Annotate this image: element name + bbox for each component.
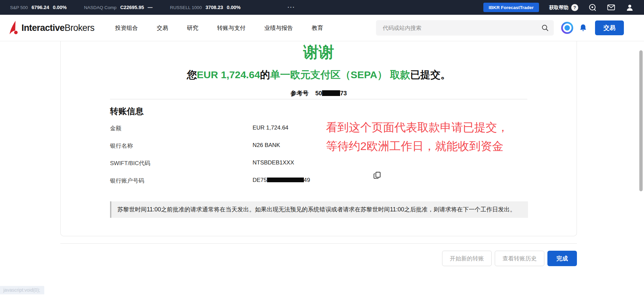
ib-logo-icon — [9, 21, 18, 35]
envelope-icon — [607, 3, 615, 12]
question-circle-icon: ? — [571, 4, 578, 11]
annotation-text: 看到这个页面代表取款申请已提交， 等待约2欧洲工作日，就能收到资金 — [326, 118, 561, 155]
support-chat-icon — [588, 3, 597, 12]
action-buttons: 开始新的转账 查看转账历史 完成 — [442, 251, 577, 266]
brand-logo[interactable]: InteractiveBrokers — [9, 21, 94, 35]
main-nav: InteractiveBrokers 投资组合 交易 研究 转账与支付 业绩与报… — [0, 15, 644, 41]
ticker-change: — — [148, 5, 153, 10]
brand-bold: Interactive — [21, 23, 64, 33]
nav-item-research[interactable]: 研究 — [187, 24, 198, 32]
ticker-russell[interactable]: RUSSELL 1000 3708.23 0.00% — [170, 5, 240, 10]
notice-box: 苏黎世时间11:00之前批准的请求通常将在当天发出。如果出现无法预见的系统错误或… — [110, 201, 528, 218]
row-value: N26 BANK — [253, 142, 280, 150]
subtitle-method: 单一欧元支付区（SEPA） 取款 — [270, 69, 410, 80]
nav-item-portfolio[interactable]: 投资组合 — [115, 24, 138, 32]
site-search — [376, 20, 554, 36]
row-value: EUR 1,724.64 — [253, 125, 288, 132]
done-button[interactable]: 完成 — [547, 251, 577, 266]
search-input[interactable] — [383, 25, 541, 31]
subtitle-text: 的 — [260, 69, 270, 80]
reference-prefix: 50 — [315, 90, 322, 97]
ticker-label: NASDAQ Comp — [84, 5, 117, 10]
reference-suffix: 73 — [340, 90, 347, 97]
subtitle-amount: EUR 1,724.64 — [197, 69, 260, 80]
transfer-history-button[interactable]: 查看转账历史 — [495, 251, 544, 266]
assistant-icon[interactable] — [561, 22, 573, 34]
annotation-line-2: 等待约2欧洲工作日，就能收到资金 — [326, 137, 561, 155]
reference-number: 5073 — [315, 90, 347, 97]
reference-row: 参考号5073 — [61, 89, 577, 97]
account-suffix: 49 — [304, 177, 310, 183]
ticker-label: RUSSELL 1000 — [170, 5, 202, 10]
bell-icon — [579, 23, 588, 33]
table-row-swift: SWIFT/BIC代码 NTSBDEB1XXX — [110, 159, 412, 167]
more-tickers-icon[interactable]: ··· — [287, 4, 295, 11]
notifications-button[interactable] — [579, 23, 588, 33]
help-label: 获取帮助 — [549, 4, 569, 11]
ticker-bar: S&P 500 6796.24 0.00% NASDAQ Comp C22695… — [0, 0, 644, 15]
ticker-change: 0.00% — [227, 5, 240, 10]
forecast-trader-button[interactable]: IBKR ForecastTrader — [483, 3, 539, 12]
ticker-change: 0.00% — [53, 5, 66, 10]
help-button[interactable]: 获取帮助 ? — [549, 4, 578, 11]
ticker-value: 6796.24 — [32, 5, 49, 10]
support-chat-button[interactable] — [588, 3, 597, 12]
mail-button[interactable] — [607, 3, 615, 12]
confirmation-card: 谢谢 您EUR 1,724.64的单一欧元支付区（SEPA） 取款已提交。 参考… — [60, 41, 577, 236]
nav-item-transfer-pay[interactable]: 转账与支付 — [217, 24, 246, 32]
nav-item-trade[interactable]: 交易 — [157, 24, 168, 32]
account-button[interactable] — [626, 3, 634, 12]
reference-label: 参考号 — [290, 90, 309, 97]
scrollbar[interactable] — [639, 50, 643, 191]
subtitle-text: 已提交。 — [410, 69, 450, 80]
transfer-info-heading: 转账信息 — [110, 106, 144, 117]
brand-name: InteractiveBrokers — [21, 23, 94, 33]
account-prefix: DE75 — [253, 177, 267, 183]
confirmation-subtitle: 您EUR 1,724.64的单一欧元支付区（SEPA） 取款已提交。 — [61, 68, 577, 82]
person-icon — [626, 3, 634, 12]
row-label: 金额 — [110, 125, 253, 132]
copy-icon — [373, 171, 382, 180]
actions-divider — [60, 243, 577, 244]
row-label: SWIFT/BIC代码 — [110, 159, 253, 167]
redacted-reference — [322, 90, 340, 96]
status-bar-link: javascript:void(0); — [0, 286, 44, 294]
page-title: 谢谢 — [61, 42, 577, 63]
subtitle-text: 您 — [187, 69, 197, 80]
nav-item-performance-reports[interactable]: 业绩与报告 — [264, 24, 293, 32]
nav-menu: 投资组合 交易 研究 转账与支付 业绩与报告 教育 — [115, 24, 323, 32]
row-value: NTSBDEB1XXX — [253, 159, 294, 167]
trade-button[interactable]: 交易 — [595, 20, 624, 35]
ticker-value: 3708.23 — [206, 5, 223, 10]
redacted-account — [267, 178, 304, 182]
section-divider — [110, 99, 527, 99]
row-label: 银行账户号码 — [110, 177, 253, 185]
copy-account-button[interactable] — [373, 171, 382, 181]
brand-light: Brokers — [64, 23, 94, 33]
ticker-label: S&P 500 — [10, 5, 28, 10]
ticker-value: C22695.95 — [120, 5, 144, 10]
table-row-account-number: 银行账户号码 DE7549 — [110, 177, 412, 185]
row-value: DE7549 — [253, 177, 310, 185]
search-icon[interactable] — [541, 24, 549, 32]
annotation-line-1: 看到这个页面代表取款申请已提交， — [326, 118, 561, 137]
ticker-sp500[interactable]: S&P 500 6796.24 0.00% — [10, 5, 67, 10]
new-transfer-button[interactable]: 开始新的转账 — [442, 251, 492, 266]
row-label: 银行名称 — [110, 142, 253, 150]
page-content: 谢谢 您EUR 1,724.64的单一欧元支付区（SEPA） 取款已提交。 参考… — [0, 41, 644, 295]
ticker-nasdaq[interactable]: NASDAQ Comp C22695.95 — — [84, 5, 153, 10]
nav-item-education[interactable]: 教育 — [312, 24, 323, 32]
